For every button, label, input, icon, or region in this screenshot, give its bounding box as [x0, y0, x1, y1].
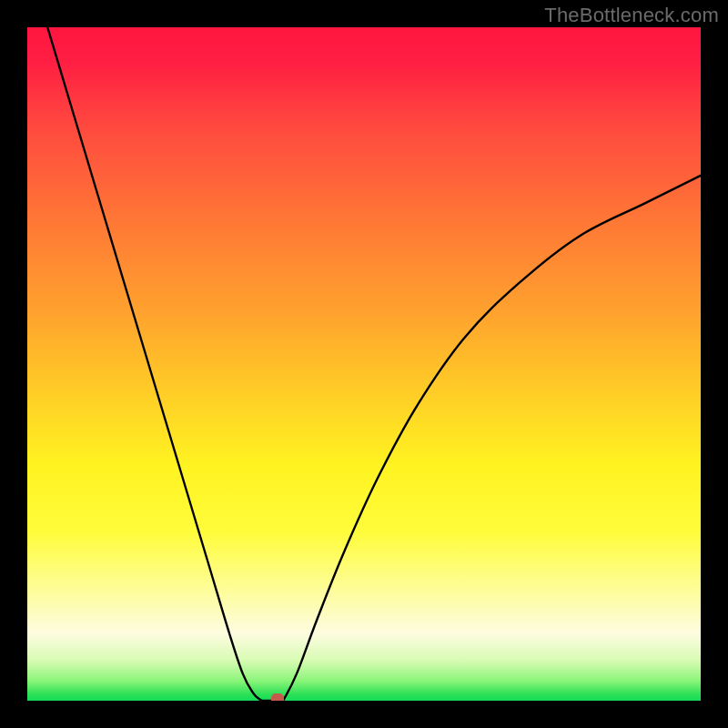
bottleneck-curve	[27, 27, 701, 701]
outer-frame: TheBottleneck.com	[0, 0, 728, 728]
plot-area	[27, 27, 701, 701]
watermark-text: TheBottleneck.com	[544, 4, 719, 27]
optimum-marker	[271, 693, 284, 701]
